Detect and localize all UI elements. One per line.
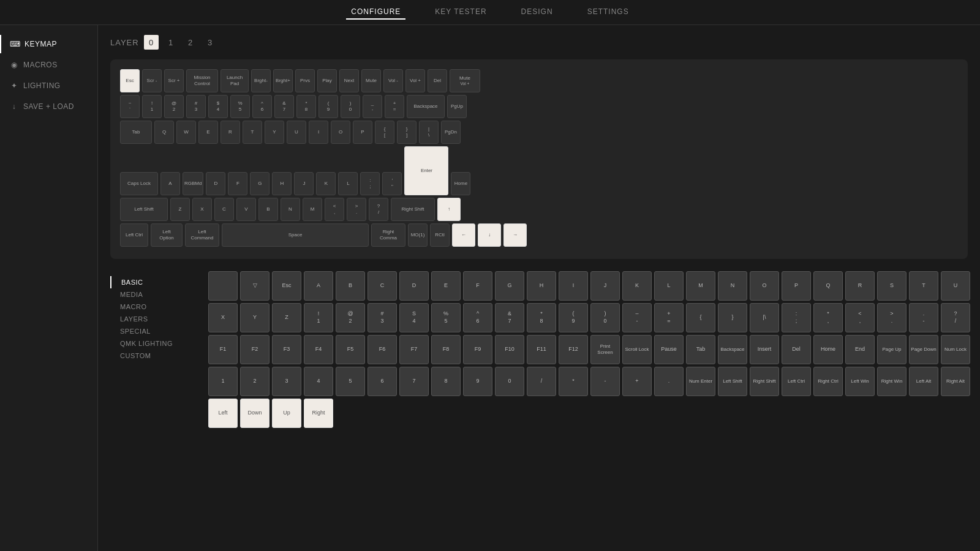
bank-key-left[interactable]: Left bbox=[208, 399, 238, 428]
bank-key-plus[interactable]: += bbox=[654, 303, 684, 332]
key-c[interactable]: C bbox=[214, 198, 234, 221]
bank-key-f1[interactable]: F1 bbox=[208, 335, 238, 364]
bank-key-f10[interactable]: F10 bbox=[495, 335, 524, 364]
key-3[interactable]: #3 bbox=[186, 95, 206, 118]
bank-key-lctrl2[interactable]: Left Ctrl bbox=[782, 367, 811, 396]
bank-key-m[interactable]: M bbox=[686, 271, 715, 301]
bank-key-home2[interactable]: Home bbox=[813, 335, 843, 364]
bank-key-down[interactable]: Down bbox=[240, 399, 270, 428]
bank-key-y[interactable]: Y bbox=[240, 303, 270, 332]
key-comma[interactable]: <, bbox=[325, 198, 344, 221]
bank-key-i[interactable]: I bbox=[559, 271, 588, 301]
sidebar-item-keymap[interactable]: ⌨ KEYMAP bbox=[0, 35, 97, 53]
key-f[interactable]: F bbox=[228, 172, 247, 195]
key-slash[interactable]: ?/ bbox=[369, 198, 388, 221]
bank-key-f8[interactable]: F8 bbox=[431, 335, 461, 364]
key-home[interactable]: Home bbox=[451, 172, 470, 195]
key-p[interactable]: P bbox=[353, 121, 372, 144]
layer-0-button[interactable]: 0 bbox=[144, 35, 159, 50]
key-mute[interactable]: Mute bbox=[361, 69, 381, 92]
key-mission-control[interactable]: MissionControl bbox=[186, 69, 218, 92]
key-d[interactable]: D bbox=[206, 172, 225, 195]
key-up-arrow[interactable]: ↑ bbox=[437, 198, 461, 221]
bank-key-gt[interactable]: >. bbox=[877, 303, 907, 332]
bank-key-p[interactable]: P bbox=[782, 271, 811, 301]
bank-key-f3[interactable]: F3 bbox=[272, 335, 301, 364]
key-minus[interactable]: _- bbox=[363, 95, 382, 118]
bank-key-dollar[interactable]: S4 bbox=[399, 303, 429, 332]
key-0[interactable]: )0 bbox=[341, 95, 360, 118]
key-semicolon[interactable]: :; bbox=[360, 172, 380, 195]
bank-key-del2[interactable]: Del bbox=[782, 335, 811, 364]
bank-key-x[interactable]: X bbox=[208, 303, 238, 332]
cat-qmk-lighting[interactable]: QMK LIGHTING bbox=[110, 337, 208, 350]
bank-key-num1[interactable]: 1 bbox=[208, 367, 238, 396]
bank-key-ins[interactable]: Insert bbox=[750, 335, 779, 364]
bank-key-f11[interactable]: F11 bbox=[527, 335, 556, 364]
bank-key-lalt[interactable]: Left Alt bbox=[909, 367, 938, 396]
key-mo1[interactable]: MO(1) bbox=[408, 223, 428, 247]
bank-key-q[interactable]: Q bbox=[813, 271, 843, 301]
key-equals[interactable]: += bbox=[385, 95, 404, 118]
key-l[interactable]: L bbox=[338, 172, 358, 195]
key-6[interactable]: ^6 bbox=[252, 95, 272, 118]
bank-key-dquote[interactable]: *, bbox=[813, 303, 843, 332]
bank-key-prtscr[interactable]: Print Screen bbox=[590, 335, 620, 364]
bank-key-num5[interactable]: 5 bbox=[336, 367, 365, 396]
key-i[interactable]: I bbox=[309, 121, 328, 144]
cat-layers[interactable]: LAYERS bbox=[110, 313, 208, 325]
bank-key-num4[interactable]: 4 bbox=[304, 367, 333, 396]
key-n[interactable]: N bbox=[281, 198, 300, 221]
key-right-command[interactable]: RightComma bbox=[371, 223, 405, 247]
key-tilde[interactable]: ~` bbox=[120, 95, 140, 118]
bank-key-num0[interactable]: 0 bbox=[495, 367, 524, 396]
bank-key-f[interactable]: F bbox=[463, 271, 492, 301]
key-play[interactable]: Play bbox=[317, 69, 337, 92]
bank-key-at[interactable]: @2 bbox=[336, 303, 365, 332]
key-scr-minus[interactable]: Scr - bbox=[142, 69, 162, 92]
bank-key-f12[interactable]: F12 bbox=[559, 335, 588, 364]
cat-special[interactable]: SPECIAL bbox=[110, 325, 208, 337]
cat-basic[interactable]: BASIC bbox=[110, 276, 208, 288]
bank-key-up[interactable]: Up bbox=[272, 399, 301, 428]
bank-key-rparen[interactable]: )0 bbox=[590, 303, 620, 332]
key-brght-plus[interactable]: Brght+ bbox=[273, 69, 293, 92]
key-prvs[interactable]: Prvs bbox=[295, 69, 315, 92]
key-x[interactable]: X bbox=[192, 198, 212, 221]
key-q[interactable]: Q bbox=[154, 121, 174, 144]
key-esc[interactable]: Esc bbox=[120, 69, 140, 92]
key-8[interactable]: *8 bbox=[296, 95, 316, 118]
key-left-arrow[interactable]: ← bbox=[452, 223, 475, 247]
key-capslock[interactable]: Caps Lock bbox=[120, 172, 158, 195]
bank-key-percent[interactable]: %5 bbox=[431, 303, 461, 332]
bank-key-f5[interactable]: F5 bbox=[336, 335, 365, 364]
nav-key-tester[interactable]: KEY TESTER bbox=[430, 5, 491, 20]
key-7[interactable]: &7 bbox=[274, 95, 294, 118]
key-left-command[interactable]: LeftCommand bbox=[185, 223, 219, 247]
key-backslash[interactable]: |\ bbox=[419, 121, 439, 144]
key-rbracket[interactable]: }] bbox=[397, 121, 417, 144]
cat-custom[interactable]: CUSTOM bbox=[110, 350, 208, 362]
bank-key-lwin[interactable]: Left Win bbox=[845, 367, 875, 396]
key-left-shift[interactable]: Left Shift bbox=[120, 198, 168, 221]
key-down-arrow[interactable]: ↓ bbox=[478, 223, 501, 247]
bank-key-scrlk[interactable]: Scroll Lock bbox=[622, 335, 652, 364]
key-pgup[interactable]: PgUp bbox=[447, 95, 467, 118]
bank-key-rctrl2[interactable]: Right Ctrl bbox=[813, 367, 843, 396]
bank-key-num8[interactable]: 8 bbox=[431, 367, 461, 396]
bank-key-n[interactable]: N bbox=[718, 271, 747, 301]
nav-settings[interactable]: SETTINGS bbox=[582, 5, 634, 20]
cat-media[interactable]: MEDIA bbox=[110, 288, 208, 301]
bank-key-r[interactable]: R bbox=[845, 271, 875, 301]
bank-key-s[interactable]: S bbox=[877, 271, 907, 301]
bank-key-hash[interactable]: #3 bbox=[368, 303, 397, 332]
bank-key-caret[interactable]: ^6 bbox=[463, 303, 492, 332]
key-space[interactable]: Space bbox=[222, 223, 369, 247]
key-5[interactable]: %5 bbox=[230, 95, 250, 118]
bank-key-rshift2[interactable]: Right Shift bbox=[750, 367, 779, 396]
key-9[interactable]: (9 bbox=[318, 95, 338, 118]
layer-1-button[interactable]: 1 bbox=[164, 35, 178, 50]
bank-key-rbrace[interactable]: } bbox=[718, 303, 747, 332]
bank-key-f9[interactable]: F9 bbox=[463, 335, 492, 364]
bank-key-l[interactable]: L bbox=[654, 271, 684, 301]
